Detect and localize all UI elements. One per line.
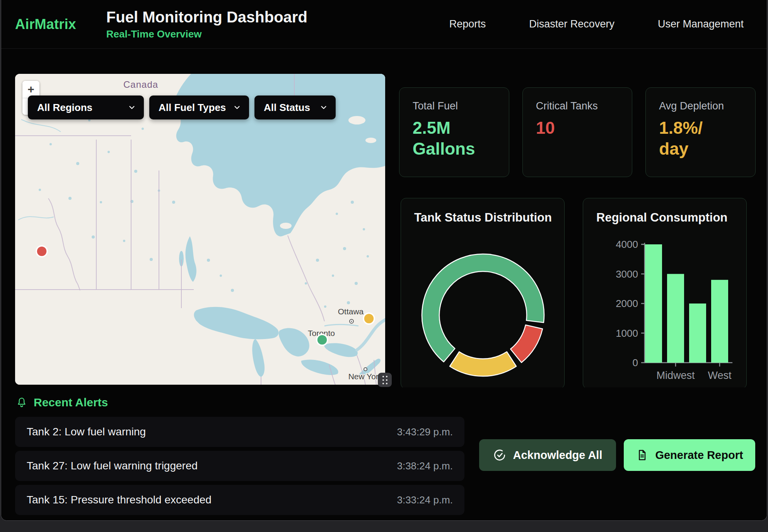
y-tick-label: 1000 bbox=[616, 327, 638, 339]
tank-status-chart-card: Tank Status Distribution bbox=[401, 198, 565, 389]
tank-status-donut-chart bbox=[401, 198, 565, 389]
y-tick-label: 3000 bbox=[616, 268, 638, 280]
acknowledge-all-label: Acknowledge All bbox=[513, 449, 602, 462]
fuel-types-dropdown[interactable]: All Fuel Types bbox=[149, 95, 249, 119]
regional-consumption-chart-card: Regional Consumption 01000200030004000Mi… bbox=[583, 198, 747, 389]
map-island bbox=[280, 223, 292, 229]
map-marker-critical[interactable] bbox=[36, 246, 47, 257]
alert-row[interactable]: Tank 27: Low fuel warning triggered 3:38… bbox=[15, 451, 464, 481]
alert-time: 3:33:24 p.m. bbox=[397, 494, 453, 506]
stat-card-avg-depletion: Avg Depletion 1.8%/ day bbox=[645, 87, 756, 177]
nav-item-disaster-recovery[interactable]: Disaster Recovery bbox=[529, 18, 614, 30]
alert-row[interactable]: Tank 2: Low fuel warning 3:43:29 p.m. bbox=[15, 417, 464, 447]
stats-row: Total Fuel 2.5M Gallons Critical Tanks 1… bbox=[399, 87, 756, 177]
x-tick-label: Midwest bbox=[656, 370, 695, 381]
alert-text: Tank 15: Pressure threshold exceeded bbox=[27, 494, 212, 506]
map-canvas[interactable]: Canada Ottawa Toronto New York bbox=[15, 74, 385, 385]
stat-card-critical-tanks: Critical Tanks 10 bbox=[522, 87, 633, 177]
acknowledge-all-button[interactable]: Acknowledge All bbox=[479, 439, 616, 471]
bar-region-1[interactable] bbox=[667, 274, 684, 363]
status-dropdown-label: All Status bbox=[264, 102, 310, 114]
y-tick-label: 0 bbox=[633, 357, 638, 368]
alert-row[interactable]: Tank 15: Pressure threshold exceeded 3:3… bbox=[15, 485, 464, 515]
resize-grip-handle[interactable] bbox=[378, 373, 392, 387]
screen: AirMatrix Fuel Monitoring Dashboard Real… bbox=[0, 0, 768, 532]
alerts-heading: Recent Alerts bbox=[34, 396, 108, 409]
map-island bbox=[348, 116, 365, 124]
map-marker-normal[interactable] bbox=[317, 334, 328, 345]
map-filters: All Regions All Fuel Types All Status bbox=[28, 95, 336, 119]
chevron-down-icon bbox=[233, 103, 241, 112]
brand-logo: AirMatrix bbox=[15, 16, 76, 32]
bar-region-0[interactable] bbox=[645, 244, 662, 363]
file-report-icon bbox=[636, 449, 648, 461]
donut-segment-yellow[interactable] bbox=[450, 352, 516, 376]
regions-dropdown-label: All Regions bbox=[37, 102, 92, 114]
app-window: AirMatrix Fuel Monitoring Dashboard Real… bbox=[1, 0, 767, 521]
chevron-down-icon bbox=[319, 103, 328, 112]
donut-chart-title: Tank Status Distribution bbox=[401, 198, 564, 225]
fuel-types-dropdown-label: All Fuel Types bbox=[159, 102, 226, 114]
title-block: Fuel Monitoring Dashboard Real-Time Over… bbox=[106, 9, 307, 40]
alert-list: Tank 2: Low fuel warning 3:43:29 p.m. Ta… bbox=[15, 417, 464, 519]
nav-item-user-management[interactable]: User Management bbox=[658, 18, 744, 30]
donut-segment-red[interactable] bbox=[510, 325, 543, 362]
x-tick-label: West bbox=[708, 370, 732, 381]
stat-value-avg-depletion: 1.8%/ day bbox=[659, 118, 742, 159]
stat-label: Critical Tanks bbox=[536, 100, 619, 112]
check-circle-icon bbox=[493, 448, 506, 462]
stat-value-total-fuel: 2.5M Gallons bbox=[413, 118, 496, 159]
alert-text: Tank 27: Low fuel warning triggered bbox=[27, 460, 198, 472]
generate-report-button[interactable]: Generate Report bbox=[624, 439, 755, 471]
map-label-ottawa: Ottawa bbox=[338, 307, 364, 316]
y-tick-label: 4000 bbox=[616, 239, 638, 250]
regions-dropdown[interactable]: All Regions bbox=[28, 95, 144, 119]
town-dot-icon bbox=[350, 319, 353, 323]
bell-icon bbox=[16, 397, 27, 408]
regional-consumption-bar-chart: 01000200030004000MidwestWest bbox=[583, 198, 747, 389]
alerts-header: Recent Alerts bbox=[16, 396, 108, 409]
alert-time: 3:43:29 p.m. bbox=[397, 426, 453, 438]
map-label-canada: Canada bbox=[123, 79, 158, 90]
alerts-panel: Recent Alerts Tank 2: Low fuel warning 3… bbox=[1, 387, 767, 521]
generate-report-label: Generate Report bbox=[655, 449, 743, 462]
bar-region-2[interactable] bbox=[689, 304, 706, 363]
header: AirMatrix Fuel Monitoring Dashboard Real… bbox=[1, 0, 767, 49]
map-panel: Canada Ottawa Toronto New York + − All R… bbox=[15, 74, 385, 385]
stat-label: Total Fuel bbox=[413, 100, 496, 112]
nav-item-reports[interactable]: Reports bbox=[449, 18, 486, 30]
bar-chart-title: Regional Consumption bbox=[583, 198, 746, 225]
stat-value-critical-tanks: 10 bbox=[536, 118, 619, 138]
chevron-down-icon bbox=[128, 103, 136, 112]
y-tick-label: 2000 bbox=[616, 298, 638, 309]
page-title: Fuel Monitoring Dashboard bbox=[106, 9, 307, 26]
bar-region-3[interactable] bbox=[711, 280, 728, 363]
alert-text: Tank 2: Low fuel warning bbox=[27, 426, 146, 438]
map-island bbox=[365, 138, 376, 143]
alert-time: 3:38:24 p.m. bbox=[397, 460, 453, 472]
page-subtitle: Real-Time Overview bbox=[106, 28, 307, 40]
main-nav: Reports Disaster Recovery User Managemen… bbox=[449, 18, 744, 30]
status-dropdown[interactable]: All Status bbox=[254, 95, 336, 119]
stat-label: Avg Depletion bbox=[659, 100, 742, 112]
town-dot-icon bbox=[364, 368, 367, 371]
map-marker-warning[interactable] bbox=[364, 313, 374, 324]
stat-card-total-fuel: Total Fuel 2.5M Gallons bbox=[399, 87, 509, 177]
